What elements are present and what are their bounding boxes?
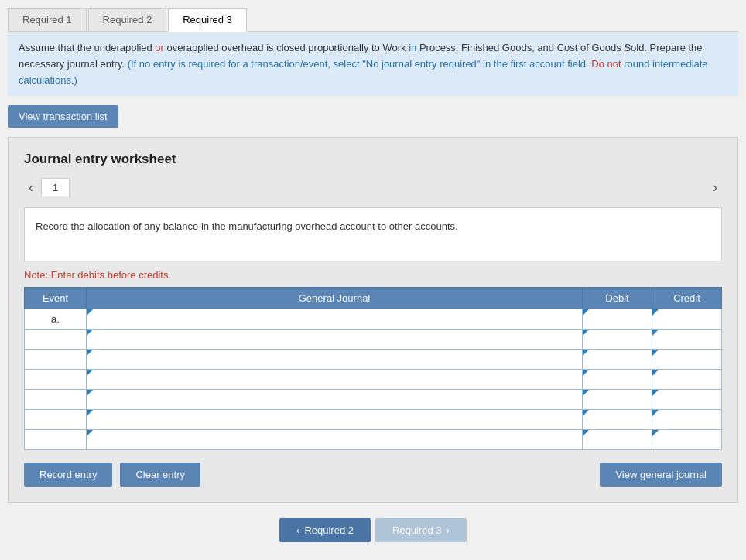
worksheet-action-buttons: Record entry Clear entry View general jo… <box>24 463 722 487</box>
general-journal-cell[interactable] <box>87 390 583 410</box>
debit-cell[interactable] <box>583 410 652 430</box>
event-cell <box>25 410 87 430</box>
credit-cell[interactable] <box>652 430 722 450</box>
credit-cell[interactable] <box>652 390 722 410</box>
table-row <box>25 410 722 430</box>
credit-cell[interactable] <box>652 309 722 330</box>
highlight-or: or <box>155 42 164 53</box>
col-header-general-journal: General Journal <box>87 288 583 309</box>
table-row <box>25 370 722 390</box>
journal-table: Event General Journal Debit Credit a. <box>24 287 722 450</box>
tab-required-2[interactable]: Required 2 <box>88 8 167 31</box>
journal-entry-worksheet: Journal entry worksheet ‹ 1 › Record the… <box>8 137 738 503</box>
event-cell <box>25 370 87 390</box>
highlight-donot: Do not <box>591 58 621 70</box>
entry-navigation: ‹ 1 › <box>24 178 722 196</box>
debit-credit-note: Note: Enter debits before credits. <box>24 269 722 281</box>
general-journal-cell[interactable] <box>87 370 583 390</box>
clear-entry-button[interactable]: Clear entry <box>120 463 200 487</box>
general-journal-input[interactable] <box>87 350 582 369</box>
credit-cell[interactable] <box>652 370 722 390</box>
general-journal-input[interactable] <box>87 430 582 449</box>
debit-input[interactable] <box>583 309 652 329</box>
debit-cell[interactable] <box>583 330 652 350</box>
debit-cell[interactable] <box>583 370 652 390</box>
entry-description: Record the allocation of any balance in … <box>24 207 722 261</box>
debit-input[interactable] <box>583 370 652 389</box>
debit-cell[interactable] <box>583 390 652 410</box>
credit-input[interactable] <box>652 430 721 449</box>
debit-input[interactable] <box>583 350 652 369</box>
forward-button-label: Required 3 <box>392 524 442 536</box>
event-cell <box>25 390 87 410</box>
col-header-debit: Debit <box>583 288 652 309</box>
general-journal-input[interactable] <box>87 330 582 349</box>
general-journal-cell[interactable] <box>87 330 583 350</box>
debit-cell[interactable] <box>583 430 652 450</box>
debit-input[interactable] <box>583 430 652 449</box>
required-tabs: Required 1 Required 2 Required 3 <box>8 8 738 32</box>
general-journal-input[interactable] <box>87 410 582 429</box>
table-row <box>25 390 722 410</box>
general-journal-input[interactable] <box>87 390 582 409</box>
general-journal-cell[interactable] <box>87 430 583 450</box>
highlight-in1: in <box>409 42 416 53</box>
table-row: a. <box>25 309 722 330</box>
table-row <box>25 330 722 350</box>
credit-cell[interactable] <box>652 350 722 370</box>
forward-to-required3-button: Required 3 › <box>375 518 467 542</box>
table-row <box>25 430 722 450</box>
back-button-label: Required 2 <box>304 524 354 536</box>
event-cell <box>25 330 87 350</box>
credit-cell[interactable] <box>652 410 722 430</box>
col-header-event: Event <box>25 288 87 309</box>
col-header-credit: Credit <box>652 288 722 309</box>
debit-input[interactable] <box>583 410 652 429</box>
credit-cell[interactable] <box>652 330 722 350</box>
forward-arrow-icon: › <box>447 524 450 536</box>
credit-input[interactable] <box>652 390 721 409</box>
credit-input[interactable] <box>652 309 721 329</box>
event-cell <box>25 350 87 370</box>
credit-input[interactable] <box>652 350 721 369</box>
debit-cell[interactable] <box>583 309 652 330</box>
prev-entry-arrow[interactable]: ‹ <box>24 179 38 196</box>
debit-cell[interactable] <box>583 350 652 370</box>
info-parenthetical: (If no entry is required for a transacti… <box>19 58 708 86</box>
back-arrow-icon: ‹ <box>296 524 299 536</box>
next-entry-arrow[interactable]: › <box>708 179 722 196</box>
view-transaction-button[interactable]: View transaction list <box>8 105 118 128</box>
record-entry-button[interactable]: Record entry <box>24 463 112 487</box>
general-journal-cell[interactable] <box>87 410 583 430</box>
credit-input[interactable] <box>652 370 721 389</box>
info-box: Assume that the underapplied or overappl… <box>8 32 738 96</box>
event-cell <box>25 430 87 450</box>
general-journal-input[interactable] <box>87 309 582 329</box>
table-row <box>25 350 722 370</box>
debit-input[interactable] <box>583 330 652 349</box>
tab-required-3[interactable]: Required 3 <box>168 8 247 32</box>
general-journal-cell[interactable] <box>87 350 583 370</box>
view-general-journal-button[interactable]: View general journal <box>600 463 722 487</box>
credit-input[interactable] <box>652 410 721 429</box>
entry-tab-1[interactable]: 1 <box>41 178 70 196</box>
general-journal-cell[interactable] <box>87 309 583 330</box>
worksheet-title: Journal entry worksheet <box>24 152 722 167</box>
event-cell: a. <box>25 309 87 330</box>
tab-required-1[interactable]: Required 1 <box>8 8 87 31</box>
general-journal-input[interactable] <box>87 370 582 389</box>
bottom-navigation: ‹ Required 2 Required 3 › <box>8 518 738 542</box>
credit-input[interactable] <box>652 330 721 349</box>
back-to-required2-button[interactable]: ‹ Required 2 <box>279 518 371 542</box>
debit-input[interactable] <box>583 390 652 409</box>
